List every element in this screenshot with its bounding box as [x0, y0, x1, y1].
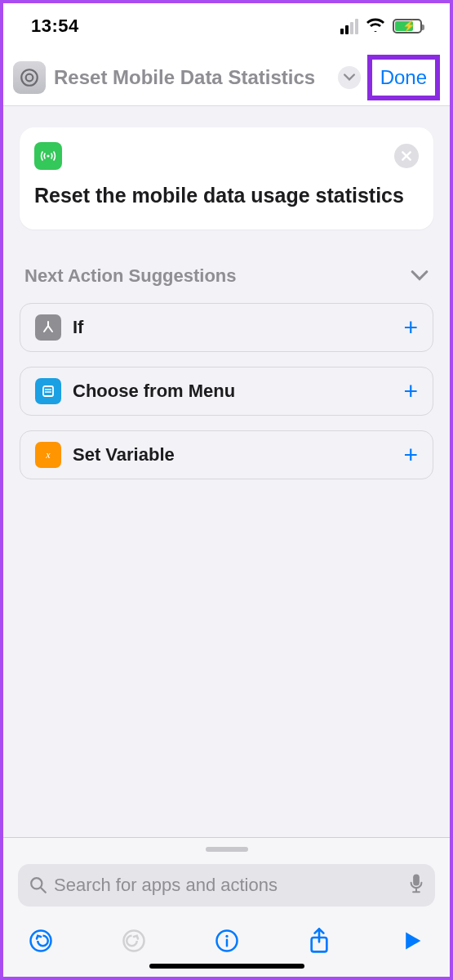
chevron-down-icon — [344, 72, 355, 83]
run-button[interactable] — [397, 926, 427, 956]
suggestions-list: If + Choose from Menu + x Set Variable + — [20, 303, 433, 479]
bottom-panel: Search for apps and actions — [3, 837, 450, 977]
content-area: Reset the mobile data usage statistics N… — [3, 106, 450, 501]
suggestion-label: If — [73, 317, 83, 338]
cellular-icon — [34, 142, 62, 170]
info-icon — [215, 929, 239, 953]
chevron-down-icon — [411, 270, 429, 282]
undo-icon — [29, 929, 53, 953]
search-input[interactable]: Search for apps and actions — [18, 864, 435, 906]
suggestion-label: Choose from Menu — [73, 381, 235, 402]
suggestion-if[interactable]: If + — [20, 303, 433, 352]
redo-button[interactable] — [119, 926, 149, 956]
svg-point-2 — [47, 154, 49, 157]
svg-point-5 — [31, 878, 42, 889]
suggestions-title: Next Action Suggestions — [24, 265, 237, 287]
redo-icon — [122, 929, 146, 953]
add-icon: + — [403, 377, 418, 405]
done-button[interactable]: Done — [367, 55, 440, 100]
nav-bar: Reset Mobile Data Statistics Done — [3, 49, 450, 106]
close-icon — [401, 150, 412, 162]
svg-point-10 — [225, 935, 228, 938]
svg-rect-6 — [413, 874, 420, 885]
action-text: Reset the mobile data usage statistics — [34, 180, 404, 212]
add-icon: + — [403, 441, 418, 469]
suggestion-set-variable[interactable]: x Set Variable + — [20, 430, 433, 479]
status-bar: 13:54 ⚡ — [3, 3, 450, 49]
undo-button[interactable] — [26, 926, 56, 956]
search-icon — [29, 876, 47, 894]
suggestion-choose-from-menu[interactable]: Choose from Menu + — [20, 367, 433, 416]
status-right: ⚡ — [340, 17, 422, 35]
wifi-icon — [366, 17, 385, 35]
svg-rect-3 — [43, 386, 53, 396]
branch-icon — [35, 314, 61, 341]
dictation-button[interactable] — [409, 873, 424, 898]
menu-icon — [35, 378, 61, 404]
home-indicator[interactable] — [149, 964, 304, 969]
svg-point-1 — [26, 74, 33, 81]
suggestion-label: Set Variable — [73, 444, 175, 466]
options-dropdown-button[interactable] — [338, 66, 361, 89]
suggestions-header[interactable]: Next Action Suggestions — [20, 265, 433, 287]
drag-handle[interactable] — [3, 838, 450, 861]
battery-icon: ⚡ — [393, 19, 422, 33]
add-icon: + — [403, 314, 418, 341]
search-placeholder: Search for apps and actions — [54, 875, 278, 896]
svg-point-0 — [21, 69, 38, 86]
nav-title: Reset Mobile Data Statistics — [54, 66, 338, 89]
status-time: 13:54 — [31, 16, 79, 37]
action-card[interactable]: Reset the mobile data usage statistics — [20, 127, 433, 229]
variable-icon: x — [35, 442, 61, 468]
share-icon — [308, 928, 331, 954]
play-icon — [402, 930, 423, 951]
delete-action-button[interactable] — [394, 144, 419, 168]
share-button[interactable] — [304, 926, 334, 956]
svg-text:x: x — [45, 449, 51, 461]
cellular-signal-icon — [340, 19, 358, 34]
settings-app-icon — [13, 61, 46, 94]
microphone-icon — [409, 873, 424, 894]
info-button[interactable] — [212, 926, 242, 956]
